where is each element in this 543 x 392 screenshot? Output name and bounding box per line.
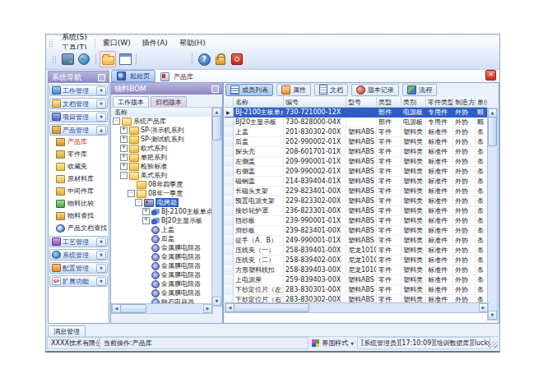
table-row[interactable]: 后盖 202-990002-01X 塑料ABS 零件 塑料类 标准件 外协 条 xyxy=(225,137,489,147)
tree-node[interactable]: 金属膜电阻器 xyxy=(111,288,213,297)
detail-tab[interactable]: 属性 xyxy=(276,84,311,96)
scrollbar-thumb[interactable] xyxy=(488,117,497,146)
table-row[interactable]: 滑纱板 239-823401-00X 塑料ABS 零件 塑料类 标准件 外协 条 xyxy=(225,226,489,236)
detail-tab[interactable]: 流程 xyxy=(402,84,437,96)
chevron-icon[interactable]: ▼ xyxy=(96,251,106,260)
toolbar-button[interactable] xyxy=(60,52,75,67)
grid-horizontal-scrollbar[interactable]: ◀ ▶ xyxy=(225,302,489,313)
tree-node[interactable]: - 系统产品库 xyxy=(111,117,213,126)
tree-vertical-scrollbar[interactable]: ▲ ▼ xyxy=(211,107,222,307)
drag-handle[interactable] xyxy=(53,56,56,63)
table-row[interactable]: 挡纱板 239-990001-01X 塑料ABS 零件 塑料类 标准件 外协 条 xyxy=(225,216,489,226)
column-header[interactable]: 类型 xyxy=(377,97,401,108)
tree-node[interactable]: + SP-演示机系列 xyxy=(111,126,213,135)
table-row[interactable]: 压线夹（一） 258-839401-00X 尼龙1010 零件 塑料类 标准件 … xyxy=(225,246,489,256)
chevron-icon[interactable]: ▼ xyxy=(96,113,106,122)
drag-handle[interactable] xyxy=(49,39,53,47)
menu-item[interactable]: 帮助(H) xyxy=(174,38,211,48)
close-tab-icon[interactable]: × xyxy=(485,70,496,81)
sidebar-group-button[interactable]: 工艺管理 ▼ xyxy=(49,236,108,247)
document-tab[interactable]: 产品库 xyxy=(155,71,198,82)
grid-vertical-scrollbar[interactable]: ▲ ▼ xyxy=(487,108,498,321)
scroll-down-icon[interactable]: ▼ xyxy=(212,297,221,306)
version-tab[interactable]: 工作版本 xyxy=(113,96,149,107)
column-header[interactable]: 型号 xyxy=(346,97,377,108)
tree-node[interactable]: 后盖 xyxy=(111,234,213,243)
toolbar-button[interactable] xyxy=(141,52,155,67)
tree-node[interactable]: 金属膜电阻器 xyxy=(111,243,213,252)
chevron-icon[interactable]: ▼ xyxy=(96,238,106,247)
column-header[interactable]: 类别 xyxy=(401,97,426,108)
pin-icon[interactable] xyxy=(98,74,105,81)
toolbar-button[interactable] xyxy=(174,52,188,67)
table-row[interactable]: BJ-2100主板单点 730-721000-12X 部件 电源板 专用件 外协… xyxy=(225,108,489,118)
tree-node[interactable]: 金属膜电阻器 xyxy=(111,252,213,261)
tree-node[interactable]: 上盖 xyxy=(111,225,213,234)
scroll-down-icon[interactable]: ▼ xyxy=(488,311,497,320)
chevron-icon[interactable]: ▼ xyxy=(96,99,106,108)
menu-item[interactable]: 插件(A) xyxy=(137,38,174,48)
sidebar-item[interactable]: 产品库 xyxy=(49,136,109,148)
version-tab[interactable]: 归档版本 xyxy=(151,96,187,107)
tree-node[interactable]: + 欧式系列 xyxy=(111,144,213,153)
tree-node[interactable]: 金属膜电阻器 xyxy=(111,270,213,279)
table-row[interactable]: 上盖 201-830302-00X 塑料ABS 零件 塑料类 标准件 外协 条 xyxy=(225,127,489,137)
tree-expander[interactable]: + xyxy=(120,136,128,143)
table-row[interactable]: 接纱轮护罩 236-823301-00X 塑料ABS 零件 塑料类 标准件 外协… xyxy=(225,206,489,216)
scroll-right-icon[interactable]: ▶ xyxy=(203,304,212,313)
tree-node[interactable]: + 检验标准 xyxy=(111,162,213,171)
column-header[interactable]: 零件类型 xyxy=(426,97,453,108)
table-row[interactable]: 压线夹（二） 258-839402-00X 尼龙1010 零件 塑料类 标准件 … xyxy=(225,256,489,265)
table-row[interactable]: 长磁头支架 229-823401-00X 塑料ABS 零件 塑料类 标准件 外协… xyxy=(225,187,489,196)
toolbar-button[interactable] xyxy=(213,52,228,67)
sidebar-group-button[interactable]: SP 扩展功能 ▼ xyxy=(49,275,108,287)
sidebar-item[interactable]: 产品文档查找 xyxy=(49,222,109,234)
toolbar-button[interactable] xyxy=(197,52,211,67)
tree-node[interactable]: 金属膜电阻器 xyxy=(111,261,213,270)
scroll-right-icon[interactable]: ▶ xyxy=(479,303,488,312)
table-row[interactable]: 提手（A、B） 249-990001-01X 塑料ABS 零件 塑料类 标准件 … xyxy=(225,236,489,246)
tree-expander[interactable]: + xyxy=(120,154,128,161)
pin-icon[interactable] xyxy=(211,85,219,93)
sidebar-item[interactable]: 物料查找 xyxy=(49,210,109,222)
column-header[interactable]: 编号 xyxy=(284,97,346,108)
chevron-icon[interactable]: ▼ xyxy=(96,277,106,286)
tree-expander[interactable]: + xyxy=(120,145,128,152)
tree-node[interactable]: 金属膜电阻器 xyxy=(111,279,213,288)
tree-expander[interactable]: - xyxy=(135,199,142,206)
tree-expander[interactable]: + xyxy=(120,127,128,134)
table-row[interactable]: 下纱定位片（左） 283-830301-00X 塑料ABS 零件 塑料类 标准件… xyxy=(225,285,489,295)
table-row[interactable]: 左侧盖 209-990001-01X 塑料ABS 零件 塑料类 标准件 外协 条 xyxy=(225,157,489,167)
toolbar-button[interactable] xyxy=(77,52,91,67)
tree-expander[interactable]: + xyxy=(142,217,150,224)
sidebar-group-button[interactable]: 产品管理 ▲ xyxy=(49,124,108,136)
toolbar-button[interactable] xyxy=(230,52,244,67)
table-row[interactable]: BJ20主显示板 730-828000-04X 部件 电源板 专用件 外协 颗 xyxy=(225,118,489,127)
tree-node[interactable]: - 电烤箱 xyxy=(111,198,213,207)
table-row[interactable]: 上电源座 259-839403-00X 塑料ABS 零件 塑料类 标准件 外协 … xyxy=(225,275,489,285)
tree-expander[interactable]: - xyxy=(128,190,135,197)
sidebar-item[interactable]: 中间件库 xyxy=(49,185,109,197)
tree-expander[interactable]: - xyxy=(113,118,120,125)
column-header[interactable]: 名称 xyxy=(234,97,284,108)
message-manager-tab[interactable]: 消息管理 xyxy=(48,325,86,337)
detail-tab[interactable]: 版本记录 xyxy=(351,84,399,96)
scrollbar-thumb[interactable] xyxy=(120,304,146,313)
resize-grip[interactable] xyxy=(490,341,498,348)
tree-node[interactable]: + BJ-2100主板单点 xyxy=(111,207,213,216)
scrollbar-thumb[interactable] xyxy=(212,116,221,141)
table-row[interactable]: 探头壳 208-601701-01X 塑料ABS 零件 塑料类 标准件 外协 条 xyxy=(225,147,489,157)
tree-node[interactable]: + 单把系列 xyxy=(111,153,213,162)
sidebar-group-button[interactable]: 工作管理 ▼ xyxy=(49,85,108,96)
table-row[interactable]: 方形塑料线扣 258-839403-00X 尼龙1010 零件 塑料类 标准件 … xyxy=(225,265,489,275)
column-header[interactable]: 制造方式 xyxy=(453,97,476,108)
sidebar-group-button[interactable]: 文档管理 ▼ xyxy=(49,98,108,109)
menu-item[interactable]: 系统(S) xyxy=(56,32,93,43)
table-row[interactable]: 磁钢盖 214-839404-01X 塑料ABS 零件 塑料类 标准件 外协 条 xyxy=(225,177,489,187)
sidebar-group-button[interactable]: 项目管理 ▼ xyxy=(49,111,108,122)
tree-node[interactable]: + SP-测试机系列 xyxy=(111,135,213,144)
chevron-icon[interactable]: ▼ xyxy=(96,86,106,95)
sidebar-item[interactable]: 物料比较 xyxy=(49,197,109,210)
chevron-icon[interactable]: ▲ xyxy=(96,126,106,135)
tree-horizontal-scrollbar[interactable]: ◀ ▶ xyxy=(111,303,213,314)
